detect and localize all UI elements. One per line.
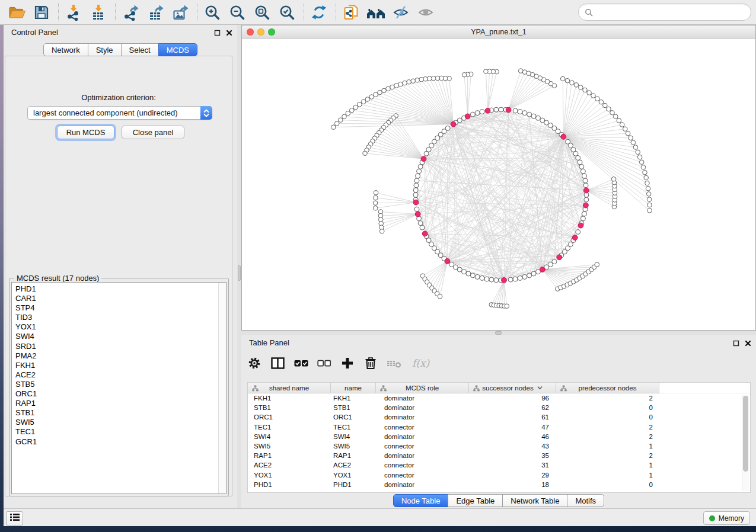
table-row[interactable]: ACE2ACE2connector311 xyxy=(248,460,750,470)
tab-style[interactable]: Style xyxy=(88,43,122,56)
mcds-result-item[interactable]: ORC1 xyxy=(15,389,226,399)
table-row[interactable]: FKH1FKH1dominator962 xyxy=(248,393,750,403)
mcds-result-item[interactable]: CAR1 xyxy=(15,294,226,303)
double-house-button[interactable] xyxy=(366,3,385,22)
network-canvas[interactable] xyxy=(242,39,755,330)
export-network-button[interactable] xyxy=(121,3,140,22)
float-panel-icon[interactable] xyxy=(733,338,739,349)
select-all-button[interactable] xyxy=(294,356,308,370)
mcds-result-item[interactable]: FKH1 xyxy=(15,361,226,370)
vertical-splitter[interactable] xyxy=(237,25,241,508)
tab-select[interactable]: Select xyxy=(121,43,159,56)
mcds-tab-content: Optimization criterion: largest connecte… xyxy=(5,56,232,496)
column-header-name[interactable]: name xyxy=(331,383,376,393)
close-panel-icon[interactable] xyxy=(226,28,232,39)
table-row[interactable]: ORC1ORC1dominator610 xyxy=(248,412,750,422)
mcds-result-item[interactable]: YOX1 xyxy=(15,322,226,332)
select-all-icon xyxy=(294,356,308,370)
import-network-button[interactable] xyxy=(64,3,83,22)
status-bar: Memory xyxy=(4,508,756,526)
trash-button[interactable] xyxy=(363,356,378,370)
mcds-result-item[interactable]: GCR1 xyxy=(15,437,226,447)
tab-mcds[interactable]: MCDS xyxy=(158,43,197,56)
zoom-selected-button[interactable] xyxy=(277,3,296,22)
horizontal-splitter[interactable] xyxy=(241,331,756,335)
optimization-criterion-label: Optimization criterion: xyxy=(5,93,232,102)
network-graph[interactable] xyxy=(242,39,755,330)
mcds-result-item[interactable]: ACE2 xyxy=(15,370,226,380)
mcds-list-scrollbar[interactable] xyxy=(218,283,226,493)
column-header-shared-name[interactable]: shared name xyxy=(248,383,331,393)
gear-button[interactable] xyxy=(247,356,261,370)
export-image-button[interactable] xyxy=(171,3,190,22)
task-history-button[interactable] xyxy=(6,511,23,525)
list-icon xyxy=(9,513,20,524)
tab-network[interactable]: Network xyxy=(43,43,88,56)
table-panel-title: Table Panel xyxy=(249,338,289,347)
export-table-button[interactable] xyxy=(146,3,165,22)
tab-network-table[interactable]: Network Table xyxy=(502,494,567,507)
save-session-button[interactable] xyxy=(32,3,51,22)
memory-button[interactable]: Memory xyxy=(703,511,750,525)
node-table: shared namenameMCDS rolesuccessor nodesp… xyxy=(247,382,751,493)
table-row[interactable]: PHD1PHD1dominator180 xyxy=(248,480,750,489)
search-input[interactable] xyxy=(596,8,745,17)
mcds-result-item[interactable]: PMA2 xyxy=(15,351,226,361)
cell-MCDS-role: dominator xyxy=(376,393,469,403)
import-table-button[interactable] xyxy=(89,3,108,22)
save-session-icon xyxy=(33,4,50,21)
cell-successor-nodes: 31 xyxy=(469,460,556,470)
shared-column-icon xyxy=(473,385,480,393)
table-row[interactable]: RAP1RAP1dominator352 xyxy=(248,451,750,460)
column-header-predecessor-nodes[interactable]: predecessor nodes xyxy=(556,383,659,393)
mcds-result-item[interactable]: TEC1 xyxy=(15,427,226,437)
network-documents-button[interactable] xyxy=(342,3,361,22)
cell-MCDS-role: dominator xyxy=(376,432,469,441)
mcds-result-item[interactable]: RAP1 xyxy=(15,399,226,408)
table-row[interactable]: TEC1TEC1connector472 xyxy=(248,422,750,432)
float-panel-icon[interactable] xyxy=(214,28,221,39)
mcds-result-item[interactable]: STB5 xyxy=(15,380,226,389)
splitter-grip[interactable] xyxy=(238,265,241,281)
unselect-all-button[interactable] xyxy=(317,356,331,370)
mcds-result-item[interactable]: STB1 xyxy=(15,408,226,418)
tab-motifs[interactable]: Motifs xyxy=(567,494,604,507)
add-button[interactable] xyxy=(340,356,355,370)
table-row[interactable]: YOX1YOX1connector291 xyxy=(248,470,750,480)
zoom-out-button[interactable] xyxy=(228,3,247,22)
refresh-button[interactable] xyxy=(310,3,328,22)
splitter-grip[interactable] xyxy=(495,331,502,335)
mcds-result-item[interactable]: PHD1 xyxy=(15,284,226,294)
eye-slash-button[interactable] xyxy=(391,3,410,22)
close-panel-button[interactable]: Close panel xyxy=(122,126,184,139)
zoom-fit-button[interactable] xyxy=(253,3,272,22)
optimization-select[interactable]: largest connected component (undirected) xyxy=(27,106,212,120)
mcds-result-list: PHD1CAR1STP4TID3YOX1SWI4SRD1PMA2FKH1ACE2… xyxy=(11,282,227,494)
toolbar-separator xyxy=(304,4,304,21)
column-header-MCDS-role[interactable]: MCDS role xyxy=(376,383,469,393)
tab-node-table[interactable]: Node Table xyxy=(393,494,449,507)
run-mcds-button[interactable]: Run MCDS xyxy=(57,126,114,139)
column-header-successor-nodes[interactable]: successor nodes xyxy=(469,383,556,393)
scrollbar-thumb[interactable] xyxy=(743,396,748,472)
table-row[interactable]: SWI5SWI5connector431 xyxy=(248,441,750,451)
split-panel-button[interactable] xyxy=(270,356,285,370)
mcds-result-item[interactable]: TID3 xyxy=(15,313,226,322)
tab-edge-table[interactable]: Edge Table xyxy=(448,494,503,507)
open-file-button[interactable] xyxy=(7,3,26,22)
mcds-result-item[interactable]: STP4 xyxy=(15,303,226,313)
cell-successor-nodes: 43 xyxy=(469,441,556,451)
network-window-titlebar[interactable]: YPA_prune.txt_1 xyxy=(242,25,755,39)
trash-icon xyxy=(363,356,378,370)
cell-name: ACE2 xyxy=(331,460,376,470)
table-scrollbar[interactable] xyxy=(742,395,749,491)
zoom-in-button[interactable] xyxy=(203,3,222,22)
close-panel-icon[interactable] xyxy=(745,338,751,349)
mcds-result-item[interactable]: SWI4 xyxy=(15,332,226,341)
cell-predecessor-nodes: 1 xyxy=(556,470,659,480)
mcds-result-item[interactable]: SRD1 xyxy=(15,342,226,351)
mcds-result-item[interactable]: SWI5 xyxy=(15,418,226,427)
cell-predecessor-nodes: 0 xyxy=(556,480,659,489)
table-row[interactable]: STB1STB1dominator620 xyxy=(248,403,750,412)
table-row[interactable]: SWI4SWI4dominator462 xyxy=(248,432,750,441)
